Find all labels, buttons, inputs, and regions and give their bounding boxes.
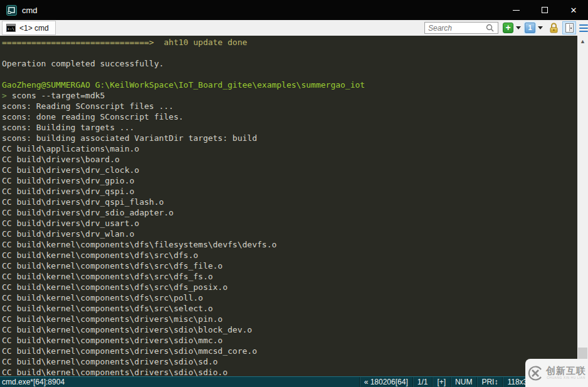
- conemu-app-icon: [6, 5, 17, 16]
- minimize-button[interactable]: [501, 0, 530, 20]
- terminal-line: [2, 69, 588, 80]
- status-segment: NUM: [450, 377, 476, 387]
- svg-text:c:\: c:\: [8, 26, 14, 31]
- terminal-line: CC build\kernel\components\dfs\src\dfs_f…: [2, 261, 588, 271]
- new-console-dropdown-icon[interactable]: [516, 26, 521, 29]
- maximize-button[interactable]: [530, 0, 559, 20]
- terminal-scrollbar[interactable]: ▲ ▼: [577, 36, 588, 376]
- terminal-line: CC build\drivers\drv_qspi.o: [2, 186, 588, 197]
- terminal-line: CC build\kernel\components\dfs\src\dfs.o: [2, 250, 588, 261]
- terminal-line: CC build\kernel\components\drivers\sdio\…: [2, 346, 588, 356]
- terminal-line: CC build\drivers\drv_gpio.o: [2, 175, 588, 186]
- terminal-line: scons: done reading SConscript files.: [2, 111, 588, 122]
- terminal-line: CC build\kernel\components\drivers\misc\…: [2, 314, 588, 324]
- terminal-line: scons: Building targets ...: [2, 122, 588, 133]
- terminal-line: > scons --target=mdk5: [2, 90, 588, 101]
- panel-icon: [565, 23, 574, 33]
- scrollbar-thumb[interactable]: [578, 348, 587, 359]
- tab-label: <1> cmd: [19, 24, 49, 33]
- terminal-area[interactable]: ==============================> aht10 up…: [0, 36, 588, 376]
- new-console-button[interactable]: +: [503, 23, 513, 33]
- terminal-line: CC build\drivers\drv_qspi_flash.o: [2, 197, 588, 207]
- statusbar: cmd.exe*[64]:8904 « 180206[64]1/1[+]NUMP…: [0, 376, 588, 387]
- terminal-output: ==============================> aht10 up…: [0, 36, 588, 376]
- terminal-line: CC build\drivers\drv_clock.o: [2, 165, 588, 175]
- tabbar: c:\ <1> cmd + 1: [0, 20, 588, 36]
- close-button[interactable]: ✕: [559, 0, 588, 20]
- lock-icon[interactable]: [549, 23, 559, 33]
- terminal-line: CC build\kernel\components\drivers\sdio\…: [2, 335, 588, 346]
- main-menu-button[interactable]: [579, 24, 588, 32]
- terminal-line: CC build\kernel\components\drivers\sdio\…: [2, 356, 588, 367]
- search-box: [424, 22, 498, 34]
- watermark-title: 创新互联: [546, 366, 586, 376]
- close-icon: ✕: [570, 6, 577, 14]
- terminal-line: CC build\kernel\components\dfs\src\dfs_p…: [2, 282, 588, 292]
- terminal-line: scons: Reading SConscript files ...: [2, 101, 588, 111]
- window-title: cmd: [22, 6, 501, 15]
- terminal-line: CC build\kernel\components\dfs\filesyste…: [2, 239, 588, 250]
- status-segment: 1/1: [412, 377, 433, 387]
- terminal-line: CC build\kernel\components\dfs\src\selec…: [2, 303, 588, 314]
- watermark-subtitle: CHUANG XIN HU LIAN: [547, 376, 585, 380]
- active-console-button[interactable]: 1: [525, 23, 535, 33]
- watermark-logo-icon: [527, 365, 543, 381]
- scroll-up-icon[interactable]: ▲: [577, 36, 588, 46]
- search-icon[interactable]: [486, 24, 494, 32]
- console-list-dropdown-icon[interactable]: [538, 26, 543, 29]
- terminal-line: CC build\kernel\components\dfs\src\dfs_f…: [2, 271, 588, 282]
- status-segment: PRI↕: [476, 377, 502, 387]
- status-segment: [+]: [432, 377, 450, 387]
- maximize-icon: [542, 7, 548, 13]
- status-process-info: cmd.exe*[64]:8904: [0, 378, 359, 386]
- terminal-line: CC build\kernel\components\drivers\sdio\…: [2, 367, 588, 376]
- terminal-line: GaoZheng@SUMMERGAO G:\KeilWorkSpace\IoT_…: [2, 80, 588, 90]
- tab-cmd[interactable]: c:\ <1> cmd: [2, 21, 56, 35]
- search-input[interactable]: [428, 24, 486, 33]
- terminal-line: CC build\kernel\components\drivers\sdio\…: [2, 324, 588, 335]
- terminal-line: [2, 48, 588, 58]
- terminal-line: CC build\drivers\drv_usart.o: [2, 218, 588, 229]
- terminal-line: Operation completed successfully.: [2, 58, 588, 69]
- panel-toggle-button[interactable]: [562, 21, 576, 34]
- terminal-line: CC build\drivers\drv_wlan.o: [2, 229, 588, 239]
- status-segment: « 180206[64]: [359, 377, 412, 387]
- terminal-line: CC build\kernel\components\dfs\src\poll.…: [2, 292, 588, 303]
- minimize-icon: [513, 10, 520, 11]
- terminal-line: ==============================> aht10 up…: [2, 37, 588, 48]
- terminal-line: CC build\applications\main.o: [2, 143, 588, 154]
- terminal-line: scons: building associated VariantDir ta…: [2, 133, 588, 143]
- terminal-line: CC build\drivers\drv_sdio_adapter.o: [2, 207, 588, 218]
- cmd-icon: c:\: [6, 24, 16, 32]
- watermark: 创新互联 CHUANG XIN HU LIAN: [525, 359, 588, 387]
- terminal-line: CC build\drivers\board.o: [2, 154, 588, 165]
- titlebar: cmd ✕: [0, 0, 588, 20]
- conemu-window: cmd ✕ c:\ <1> cmd + 1: [0, 0, 588, 387]
- hamburger-icon: [579, 24, 588, 26]
